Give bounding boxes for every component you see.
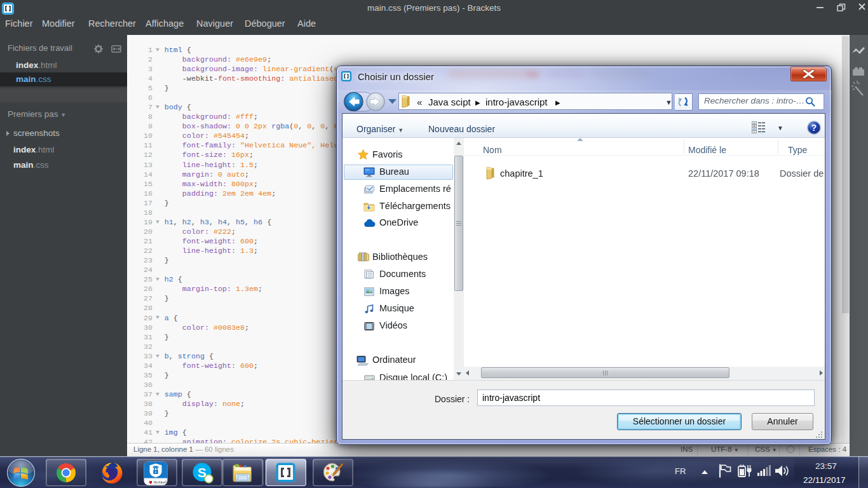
svg-text:?: ? <box>811 123 817 133</box>
svg-text:McAfee®: McAfee® <box>154 480 168 484</box>
